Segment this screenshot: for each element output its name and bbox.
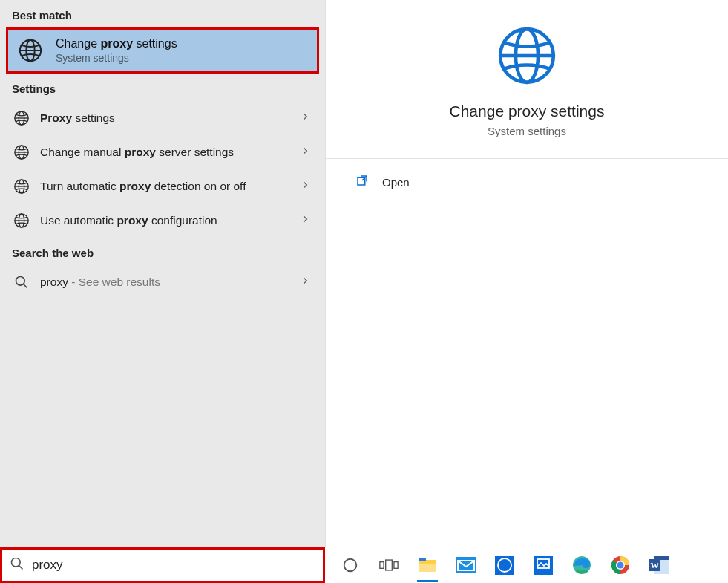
search-results-panel: Best match Change proxy settings System …	[0, 0, 325, 547]
section-settings: Settings	[0, 74, 325, 101]
taskbar-file-explorer[interactable]	[410, 547, 445, 583]
settings-result-manual-proxy[interactable]: Change manual proxy server settings	[0, 135, 325, 169]
search-input[interactable]	[32, 558, 315, 573]
svg-rect-29	[419, 558, 426, 561]
open-icon	[355, 174, 369, 190]
search-icon	[12, 273, 31, 292]
preview-title: Change proxy settings	[341, 102, 713, 120]
svg-line-23	[19, 566, 23, 570]
web-result[interactable]: proxy - See web results	[0, 265, 325, 299]
svg-point-40	[617, 562, 624, 569]
open-action[interactable]: Open	[326, 159, 728, 205]
svg-rect-26	[386, 560, 393, 570]
settings-result-label: Turn automatic proxy detection on or off	[40, 180, 300, 193]
globe-icon	[12, 108, 31, 128]
settings-result-auto-config[interactable]: Use automatic proxy configuration	[0, 203, 325, 238]
svg-rect-27	[394, 562, 398, 569]
best-match-title: Change proxy settings	[56, 37, 177, 51]
svg-text:W: W	[651, 561, 659, 570]
taskbar-edge[interactable]	[564, 547, 600, 583]
chevron-right-icon	[300, 111, 310, 125]
search-icon	[10, 556, 24, 574]
settings-result-proxy-settings[interactable]: Proxy settings	[0, 101, 325, 135]
section-best-match: Best match	[0, 0, 325, 27]
chevron-right-icon	[300, 276, 310, 289]
preview-subtitle: System settings	[341, 125, 713, 137]
svg-point-24	[344, 559, 357, 572]
open-label: Open	[382, 176, 410, 189]
best-match-result[interactable]: Change proxy settings System settings	[6, 27, 319, 74]
globe-icon	[17, 37, 44, 64]
preview-pane: Change proxy settings System settings Op…	[325, 0, 728, 547]
taskbar-chrome[interactable]	[603, 547, 638, 583]
taskbar-mail[interactable]	[448, 547, 484, 583]
taskbar-gallery[interactable]	[525, 547, 561, 583]
settings-result-label: Use automatic proxy configuration	[40, 214, 300, 227]
best-match-subtitle: System settings	[56, 52, 177, 64]
web-result-label: proxy - See web results	[40, 276, 300, 289]
globe-icon	[12, 143, 31, 162]
taskbar-cortana[interactable]	[332, 547, 368, 583]
chevron-right-icon	[300, 146, 310, 159]
chevron-right-icon	[300, 214, 310, 227]
settings-result-label: Proxy settings	[40, 111, 300, 125]
taskbar-task-view[interactable]	[371, 547, 407, 583]
settings-result-label: Change manual proxy server settings	[40, 146, 300, 159]
svg-point-22	[12, 558, 21, 567]
globe-icon	[493, 22, 560, 89]
taskbar-search[interactable]	[0, 547, 325, 583]
svg-rect-25	[380, 562, 384, 569]
globe-icon	[12, 177, 31, 196]
svg-point-15	[16, 277, 25, 286]
svg-line-16	[24, 284, 27, 288]
section-search-web: Search the web	[0, 238, 325, 265]
settings-result-auto-detection[interactable]: Turn automatic proxy detection on or off	[0, 169, 325, 203]
globe-icon	[12, 211, 31, 230]
taskbar-dell[interactable]	[487, 547, 522, 583]
svg-rect-30	[419, 564, 436, 572]
taskbar-word[interactable]: W	[641, 547, 677, 583]
taskbar: W	[0, 547, 728, 583]
chevron-right-icon	[300, 180, 310, 193]
